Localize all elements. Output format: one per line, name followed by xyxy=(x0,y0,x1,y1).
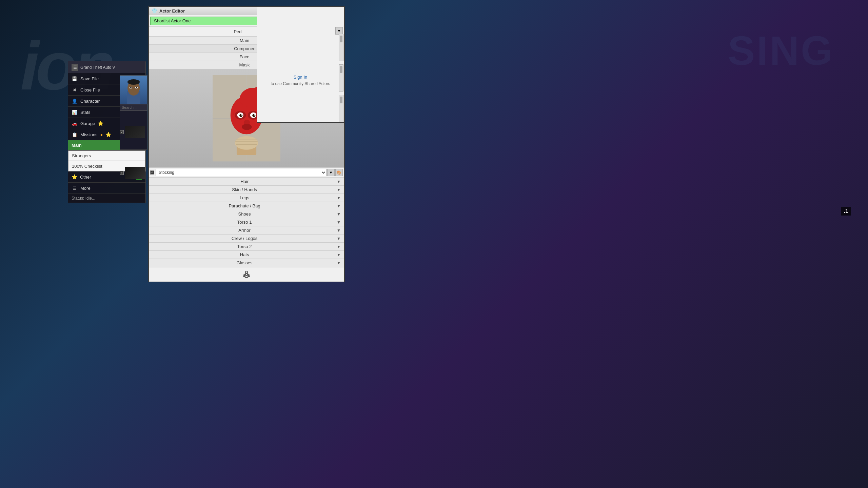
biohazard-footer xyxy=(149,267,344,282)
character-portrait xyxy=(120,76,147,106)
mask-dropdown-arrow-button[interactable]: ▼ xyxy=(327,169,335,176)
more-icon: ☰ xyxy=(72,185,78,191)
list-item-checkbox-1[interactable]: ✓ xyxy=(120,130,124,134)
mask-dropdown-row: ✓ Stocking ▼ 🎨 xyxy=(149,167,344,178)
search-area xyxy=(120,104,147,111)
svg-point-5 xyxy=(130,87,132,88)
mask-checkbox[interactable]: ✓ xyxy=(150,170,154,175)
side-menu-title: Grand Theft Auto V xyxy=(80,65,115,70)
hair-section-label: Hair xyxy=(152,179,337,184)
close-file-label: Close File xyxy=(80,87,100,93)
torso2-section-header[interactable]: Torso 2 ▼ xyxy=(149,243,344,251)
strangers-label: Strangers xyxy=(72,153,91,158)
armor-chevron: ▼ xyxy=(337,228,341,233)
community-panel-dropdown[interactable]: ▼ xyxy=(335,27,343,35)
side-menu-header: ☰ Grand Theft Auto V xyxy=(68,62,145,73)
crew-logos-label: Crew / Logos xyxy=(152,236,337,241)
list-item-image-2 xyxy=(125,167,145,179)
save-file-label: Save File xyxy=(80,76,99,81)
hats-chevron: ▼ xyxy=(337,252,341,257)
main-label: Main xyxy=(72,143,82,148)
torso1-section-header[interactable]: Torso 1 ▼ xyxy=(149,218,344,226)
shirt-icon: 👕 xyxy=(152,8,157,14)
character-portrait-svg xyxy=(123,77,144,104)
shoes-section-header[interactable]: Shoes ▼ xyxy=(149,210,344,218)
svg-point-29 xyxy=(242,124,252,130)
parachute-section-header[interactable]: Parachute / Bag ▼ xyxy=(149,202,344,210)
skin-hands-chevron: ▼ xyxy=(337,187,341,192)
list-item-image-1 xyxy=(125,126,145,138)
svg-point-27 xyxy=(254,114,255,116)
missions-label: Missions xyxy=(80,132,98,137)
community-panel: Sign In to use Community Shared Actors ▼ xyxy=(257,6,345,123)
list-item: ✓ xyxy=(120,166,147,180)
search-input[interactable] xyxy=(120,104,147,111)
shoes-label: Shoes xyxy=(152,211,337,217)
community-panel-top xyxy=(257,7,344,20)
mask-folder-button[interactable]: 🎨 xyxy=(335,169,343,176)
hats-label: Hats xyxy=(152,252,337,257)
skin-hands-section-header[interactable]: Skin / Hands ▼ xyxy=(149,186,344,194)
torso2-chevron: ▼ xyxy=(337,244,341,249)
shoes-chevron: ▼ xyxy=(337,212,341,217)
glasses-label: Glasses xyxy=(152,260,337,265)
close-file-icon: ✖ xyxy=(72,87,78,93)
sign-in-text: to use Community Shared Actors xyxy=(271,81,330,86)
more-label: More xyxy=(80,186,91,191)
actor-editor-title: Actor Editor xyxy=(159,8,185,14)
clothing-sections: Hair ▼ Skin / Hands ▼ Legs ▼ Parachute /… xyxy=(149,178,344,267)
menu-header-icon: ☰ xyxy=(72,64,78,71)
crew-logos-section-header[interactable]: Crew / Logos ▼ xyxy=(149,235,344,243)
hats-section-header[interactable]: Hats ▼ xyxy=(149,251,344,259)
list-items-area: ✓ ✓ xyxy=(120,125,147,180)
status-text: Status: Idle... xyxy=(72,196,95,201)
scrollbar-track-3[interactable] xyxy=(339,95,343,122)
parachute-chevron: ▼ xyxy=(337,204,341,208)
scrollbar-track-1[interactable] xyxy=(339,34,343,61)
armor-section-header[interactable]: Armor ▼ xyxy=(149,226,344,235)
garage-label: Garage xyxy=(80,121,95,126)
list-item: ✓ xyxy=(120,125,147,139)
list-item-checkbox-2[interactable]: ✓ xyxy=(120,171,124,175)
torso2-label: Torso 2 xyxy=(152,244,337,249)
character-icon: 👤 xyxy=(72,98,78,104)
torso1-label: Torso 1 xyxy=(152,220,337,225)
glasses-chevron: ▼ xyxy=(337,261,341,265)
garage-icon: 🚗 xyxy=(72,120,78,126)
other-star-icon: ⭐ xyxy=(72,174,77,180)
save-file-icon: 💾 xyxy=(72,76,78,82)
other-label: Other xyxy=(80,175,91,180)
sign-in-link[interactable]: Sign In xyxy=(257,75,344,80)
stats-icon: 📊 xyxy=(72,109,78,115)
hair-chevron: ▼ xyxy=(337,179,341,184)
scrollbar-area xyxy=(339,34,343,122)
armor-label: Armor xyxy=(152,228,337,233)
legs-label: Legs xyxy=(152,195,337,200)
community-panel-content: Sign In to use Community Shared Actors xyxy=(257,20,344,122)
scrollbar-thumb-3 xyxy=(340,97,342,103)
glasses-section-header[interactable]: Glasses ▼ xyxy=(149,259,344,267)
scrollbar-track-2[interactable] xyxy=(339,64,343,92)
biohazard-icon xyxy=(241,269,252,280)
skin-hands-label: Skin / Hands xyxy=(152,187,337,192)
corner-badge: .1 xyxy=(841,207,851,216)
svg-point-35 xyxy=(245,271,248,273)
mask-dropdown[interactable]: Stocking xyxy=(156,169,327,176)
garage-star-icon: ⭐ xyxy=(98,121,103,126)
status-bar: Status: Idle... xyxy=(68,194,145,203)
legs-section-header[interactable]: Legs ▼ xyxy=(149,194,344,202)
titlebar-left: 👕 Actor Editor xyxy=(152,8,185,14)
missions-icon: 📋 xyxy=(72,131,78,138)
svg-point-25 xyxy=(252,114,255,117)
svg-point-6 xyxy=(136,87,137,88)
svg-point-26 xyxy=(241,114,242,116)
character-label: Character xyxy=(80,99,100,104)
missions-star-icon: ⭐ xyxy=(105,132,111,137)
legs-chevron: ▼ xyxy=(337,196,341,200)
sign-in-area: Sign In to use Community Shared Actors xyxy=(257,75,344,86)
checklist-label: 100% Checklist xyxy=(72,164,102,169)
bg-text-right: SING xyxy=(728,27,834,74)
sidebar-item-more[interactable]: ☰ More xyxy=(68,183,145,194)
parachute-label: Parachute / Bag xyxy=(152,203,337,208)
hair-section-header[interactable]: Hair ▼ xyxy=(149,178,344,186)
